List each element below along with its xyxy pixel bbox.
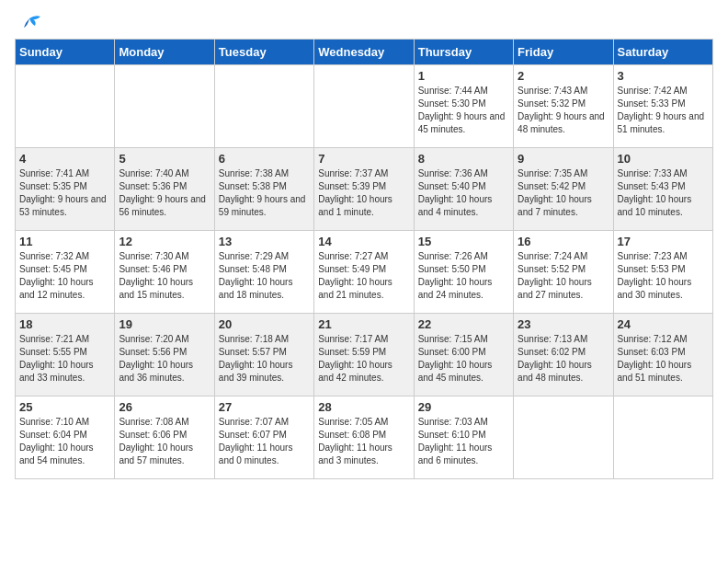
day-cell: 6Sunrise: 7:38 AM Sunset: 5:38 PM Daylig… [214,148,313,231]
day-cell: 4Sunrise: 7:41 AM Sunset: 5:35 PM Daylig… [16,148,115,231]
col-saturday: Saturday [613,40,712,65]
day-info: Sunrise: 7:42 AM Sunset: 5:33 PM Dayligh… [618,85,709,136]
day-cell [613,396,712,479]
day-cell: 11Sunrise: 7:32 AM Sunset: 5:45 PM Dayli… [16,231,115,314]
day-cell: 19Sunrise: 7:20 AM Sunset: 5:56 PM Dayli… [115,314,214,396]
day-cell: 3Sunrise: 7:42 AM Sunset: 5:33 PM Daylig… [613,65,712,148]
header-row: Sunday Monday Tuesday Wednesday Thursday… [16,40,713,65]
day-cell: 17Sunrise: 7:23 AM Sunset: 5:53 PM Dayli… [613,231,712,314]
day-info: Sunrise: 7:40 AM Sunset: 5:36 PM Dayligh… [119,167,210,219]
day-number: 1 [418,69,509,83]
day-number: 14 [318,235,409,248]
day-info: Sunrise: 7:15 AM Sunset: 6:00 PM Dayligh… [418,333,509,385]
day-number: 29 [418,400,509,414]
day-number: 8 [418,152,509,166]
calendar-body: 1Sunrise: 7:44 AM Sunset: 5:30 PM Daylig… [16,65,713,479]
day-cell: 12Sunrise: 7:30 AM Sunset: 5:46 PM Dayli… [115,231,214,314]
day-cell: 28Sunrise: 7:05 AM Sunset: 6:08 PM Dayli… [314,396,414,479]
day-cell: 1Sunrise: 7:44 AM Sunset: 5:30 PM Daylig… [414,65,513,148]
day-info: Sunrise: 7:27 AM Sunset: 5:49 PM Dayligh… [318,250,409,302]
day-number: 2 [518,69,609,83]
col-sunday: Sunday [16,40,115,65]
day-number: 18 [19,317,110,331]
day-info: Sunrise: 7:03 AM Sunset: 6:10 PM Dayligh… [418,416,509,467]
day-cell: 21Sunrise: 7:17 AM Sunset: 5:59 PM Dayli… [314,314,414,396]
day-info: Sunrise: 7:20 AM Sunset: 5:56 PM Dayligh… [119,333,210,385]
day-number: 24 [618,317,709,331]
day-info: Sunrise: 7:26 AM Sunset: 5:50 PM Dayligh… [418,250,509,302]
day-number: 7 [318,152,409,166]
day-number: 17 [618,235,709,248]
day-number: 9 [518,152,609,166]
day-info: Sunrise: 7:10 AM Sunset: 6:04 PM Dayligh… [19,416,110,467]
day-info: Sunrise: 7:33 AM Sunset: 5:43 PM Dayligh… [618,167,709,219]
day-info: Sunrise: 7:44 AM Sunset: 5:30 PM Dayligh… [418,85,509,136]
day-cell: 27Sunrise: 7:07 AM Sunset: 6:07 PM Dayli… [214,396,313,479]
day-number: 13 [219,235,310,248]
day-cell [314,65,414,148]
col-monday: Monday [115,40,214,65]
day-cell: 13Sunrise: 7:29 AM Sunset: 5:48 PM Dayli… [214,231,313,314]
day-info: Sunrise: 7:43 AM Sunset: 5:32 PM Dayligh… [518,85,609,136]
week-row-2: 11Sunrise: 7:32 AM Sunset: 5:45 PM Dayli… [16,231,713,314]
day-cell: 26Sunrise: 7:08 AM Sunset: 6:06 PM Dayli… [115,396,214,479]
week-row-1: 4Sunrise: 7:41 AM Sunset: 5:35 PM Daylig… [16,148,713,231]
day-cell [514,396,613,479]
col-friday: Friday [514,40,613,65]
day-info: Sunrise: 7:32 AM Sunset: 5:45 PM Dayligh… [19,250,110,302]
col-thursday: Thursday [414,40,513,65]
day-number: 12 [119,235,210,248]
day-cell: 22Sunrise: 7:15 AM Sunset: 6:00 PM Dayli… [414,314,513,396]
day-cell: 14Sunrise: 7:27 AM Sunset: 5:49 PM Dayli… [314,231,414,314]
col-wednesday: Wednesday [314,40,414,65]
day-number: 11 [19,235,110,248]
day-number: 23 [518,317,609,331]
day-info: Sunrise: 7:30 AM Sunset: 5:46 PM Dayligh… [119,250,210,302]
day-cell: 10Sunrise: 7:33 AM Sunset: 5:43 PM Dayli… [613,148,712,231]
day-number: 4 [19,152,110,166]
day-info: Sunrise: 7:38 AM Sunset: 5:38 PM Dayligh… [219,167,310,219]
col-tuesday: Tuesday [214,40,313,65]
day-number: 5 [119,152,210,166]
day-cell: 20Sunrise: 7:18 AM Sunset: 5:57 PM Dayli… [214,314,313,396]
day-number: 26 [119,400,210,414]
day-number: 19 [119,317,210,331]
day-info: Sunrise: 7:41 AM Sunset: 5:35 PM Dayligh… [19,167,110,219]
day-number: 16 [518,235,609,248]
day-number: 10 [618,152,709,166]
day-cell: 18Sunrise: 7:21 AM Sunset: 5:55 PM Dayli… [16,314,115,396]
logo-bird-icon [17,15,42,35]
day-number: 28 [318,400,409,414]
day-info: Sunrise: 7:08 AM Sunset: 6:06 PM Dayligh… [119,416,210,467]
day-cell: 16Sunrise: 7:24 AM Sunset: 5:52 PM Dayli… [514,231,613,314]
day-cell: 23Sunrise: 7:13 AM Sunset: 6:02 PM Dayli… [514,314,613,396]
day-cell: 15Sunrise: 7:26 AM Sunset: 5:50 PM Dayli… [414,231,513,314]
calendar-table: Sunday Monday Tuesday Wednesday Thursday… [15,39,713,479]
day-cell: 7Sunrise: 7:37 AM Sunset: 5:39 PM Daylig… [314,148,414,231]
day-info: Sunrise: 7:36 AM Sunset: 5:40 PM Dayligh… [418,167,509,219]
day-cell [115,65,214,148]
day-info: Sunrise: 7:37 AM Sunset: 5:39 PM Dayligh… [318,167,409,219]
day-info: Sunrise: 7:13 AM Sunset: 6:02 PM Dayligh… [518,333,609,385]
day-info: Sunrise: 7:18 AM Sunset: 5:57 PM Dayligh… [219,333,310,385]
day-number: 15 [418,235,509,248]
day-info: Sunrise: 7:21 AM Sunset: 5:55 PM Dayligh… [19,333,110,385]
day-info: Sunrise: 7:05 AM Sunset: 6:08 PM Dayligh… [318,416,409,467]
day-cell: 8Sunrise: 7:36 AM Sunset: 5:40 PM Daylig… [414,148,513,231]
day-info: Sunrise: 7:23 AM Sunset: 5:53 PM Dayligh… [618,250,709,302]
day-number: 27 [219,400,310,414]
day-number: 6 [219,152,310,166]
day-info: Sunrise: 7:24 AM Sunset: 5:52 PM Dayligh… [518,250,609,302]
day-cell: 24Sunrise: 7:12 AM Sunset: 6:03 PM Dayli… [613,314,712,396]
day-number: 25 [19,400,110,414]
day-number: 3 [618,69,709,83]
day-cell: 29Sunrise: 7:03 AM Sunset: 6:10 PM Dayli… [414,396,513,479]
day-cell: 2Sunrise: 7:43 AM Sunset: 5:32 PM Daylig… [514,65,613,148]
week-row-0: 1Sunrise: 7:44 AM Sunset: 5:30 PM Daylig… [16,65,713,148]
day-info: Sunrise: 7:17 AM Sunset: 5:59 PM Dayligh… [318,333,409,385]
page-header [15,15,713,31]
day-cell: 5Sunrise: 7:40 AM Sunset: 5:36 PM Daylig… [115,148,214,231]
day-number: 20 [219,317,310,331]
day-number: 21 [318,317,409,331]
week-row-3: 18Sunrise: 7:21 AM Sunset: 5:55 PM Dayli… [16,314,713,396]
